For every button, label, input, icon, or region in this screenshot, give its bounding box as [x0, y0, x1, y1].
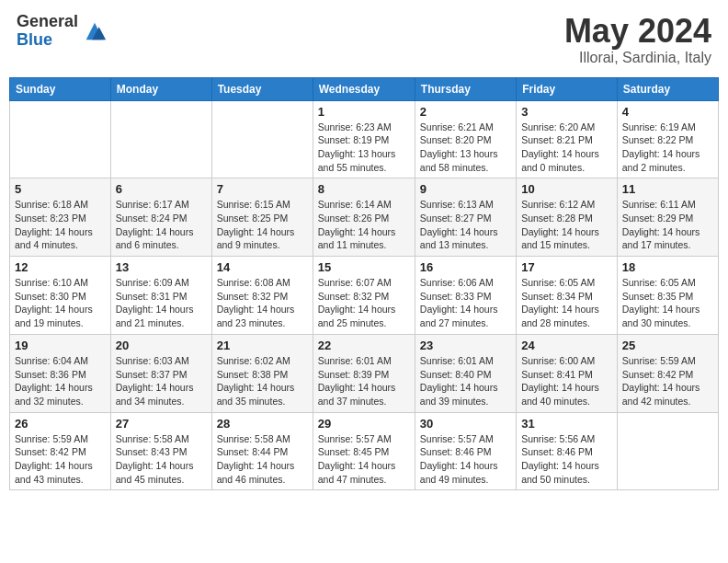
- day-number: 4: [622, 105, 713, 119]
- calendar-cell: [10, 100, 111, 178]
- calendar-week-row: 1Sunrise: 6:23 AM Sunset: 8:19 PM Daylig…: [10, 100, 719, 178]
- title-section: May 2024 Illorai, Sardinia, Italy: [564, 13, 711, 66]
- calendar-cell: 10Sunrise: 6:12 AM Sunset: 8:28 PM Dayli…: [517, 178, 618, 257]
- day-number: 21: [217, 339, 308, 352]
- day-info: Sunrise: 6:13 AM Sunset: 8:27 PM Dayligh…: [420, 198, 511, 252]
- day-info: Sunrise: 5:56 AM Sunset: 8:46 PM Dayligh…: [521, 432, 612, 487]
- day-info: Sunrise: 5:59 AM Sunset: 8:42 PM Dayligh…: [15, 432, 106, 487]
- calendar-cell: 13Sunrise: 6:09 AM Sunset: 8:31 PM Dayli…: [110, 257, 211, 335]
- logo-blue-text: Blue: [17, 31, 78, 50]
- day-number: 7: [217, 182, 308, 196]
- day-number: 13: [116, 260, 207, 274]
- day-number: 31: [521, 417, 612, 431]
- calendar-cell: 6Sunrise: 6:17 AM Sunset: 8:24 PM Daylig…: [110, 178, 211, 257]
- day-info: Sunrise: 6:23 AM Sunset: 8:19 PM Dayligh…: [318, 121, 410, 175]
- day-info: Sunrise: 6:02 AM Sunset: 8:38 PM Dayligh…: [217, 354, 308, 408]
- calendar-cell: 1Sunrise: 6:23 AM Sunset: 8:19 PM Daylig…: [313, 100, 415, 178]
- day-number: 30: [420, 417, 511, 431]
- day-number: 28: [217, 417, 308, 431]
- day-number: 27: [116, 417, 207, 431]
- column-header-thursday: Thursday: [415, 77, 516, 100]
- day-info: Sunrise: 6:05 AM Sunset: 8:35 PM Dayligh…: [622, 276, 713, 330]
- calendar-cell: 26Sunrise: 5:59 AM Sunset: 8:42 PM Dayli…: [10, 412, 111, 490]
- calendar-cell: 17Sunrise: 6:05 AM Sunset: 8:34 PM Dayli…: [517, 257, 618, 335]
- day-info: Sunrise: 5:58 AM Sunset: 8:44 PM Dayligh…: [217, 432, 308, 487]
- day-number: 10: [521, 182, 612, 196]
- column-header-wednesday: Wednesday: [313, 77, 415, 100]
- day-info: Sunrise: 5:58 AM Sunset: 8:43 PM Dayligh…: [116, 432, 207, 487]
- calendar-cell: 20Sunrise: 6:03 AM Sunset: 8:37 PM Dayli…: [110, 334, 211, 412]
- day-info: Sunrise: 6:21 AM Sunset: 8:20 PM Dayligh…: [420, 121, 511, 175]
- calendar-week-row: 12Sunrise: 6:10 AM Sunset: 8:30 PM Dayli…: [10, 257, 719, 335]
- calendar-cell: 2Sunrise: 6:21 AM Sunset: 8:20 PM Daylig…: [415, 100, 516, 178]
- calendar-cell: 15Sunrise: 6:07 AM Sunset: 8:32 PM Dayli…: [313, 257, 415, 335]
- day-info: Sunrise: 6:20 AM Sunset: 8:21 PM Dayligh…: [521, 121, 612, 175]
- day-number: 19: [15, 339, 106, 352]
- calendar-cell: 31Sunrise: 5:56 AM Sunset: 8:46 PM Dayli…: [517, 412, 618, 490]
- day-info: Sunrise: 6:10 AM Sunset: 8:30 PM Dayligh…: [15, 276, 106, 330]
- calendar-cell: 30Sunrise: 5:57 AM Sunset: 8:46 PM Dayli…: [415, 412, 516, 490]
- column-header-monday: Monday: [110, 77, 211, 100]
- day-info: Sunrise: 6:06 AM Sunset: 8:33 PM Dayligh…: [420, 276, 511, 330]
- day-info: Sunrise: 5:57 AM Sunset: 8:45 PM Dayligh…: [318, 432, 410, 487]
- day-number: 14: [217, 260, 308, 274]
- day-number: 18: [622, 260, 713, 274]
- day-number: 11: [622, 182, 713, 196]
- calendar-cell: 12Sunrise: 6:10 AM Sunset: 8:30 PM Dayli…: [10, 257, 111, 335]
- calendar-cell: [110, 100, 211, 178]
- day-info: Sunrise: 6:14 AM Sunset: 8:26 PM Dayligh…: [318, 198, 410, 252]
- day-number: 12: [15, 260, 106, 274]
- day-number: 8: [318, 182, 410, 196]
- day-info: Sunrise: 6:18 AM Sunset: 8:23 PM Dayligh…: [15, 198, 106, 252]
- day-info: Sunrise: 6:03 AM Sunset: 8:37 PM Dayligh…: [116, 354, 207, 408]
- calendar-week-row: 5Sunrise: 6:18 AM Sunset: 8:23 PM Daylig…: [10, 178, 719, 257]
- calendar-cell: 3Sunrise: 6:20 AM Sunset: 8:21 PM Daylig…: [517, 100, 618, 178]
- calendar-week-row: 26Sunrise: 5:59 AM Sunset: 8:42 PM Dayli…: [10, 412, 719, 490]
- logo: General Blue: [17, 13, 108, 50]
- calendar-cell: 14Sunrise: 6:08 AM Sunset: 8:32 PM Dayli…: [211, 257, 313, 335]
- calendar-cell: 16Sunrise: 6:06 AM Sunset: 8:33 PM Dayli…: [415, 257, 516, 335]
- day-info: Sunrise: 6:15 AM Sunset: 8:25 PM Dayligh…: [217, 198, 308, 252]
- day-info: Sunrise: 6:09 AM Sunset: 8:31 PM Dayligh…: [116, 276, 207, 330]
- location-text: Illorai, Sardinia, Italy: [564, 50, 711, 66]
- column-header-friday: Friday: [517, 77, 618, 100]
- day-info: Sunrise: 6:05 AM Sunset: 8:34 PM Dayligh…: [521, 276, 612, 330]
- day-number: 2: [420, 105, 511, 119]
- day-number: 16: [420, 260, 511, 274]
- calendar-cell: 19Sunrise: 6:04 AM Sunset: 8:36 PM Dayli…: [10, 334, 111, 412]
- day-number: 9: [420, 182, 511, 196]
- logo-icon: [82, 18, 108, 44]
- column-header-sunday: Sunday: [10, 77, 111, 100]
- day-info: Sunrise: 6:01 AM Sunset: 8:39 PM Dayligh…: [318, 354, 410, 408]
- day-number: 29: [318, 417, 410, 431]
- calendar-cell: 9Sunrise: 6:13 AM Sunset: 8:27 PM Daylig…: [415, 178, 516, 257]
- month-title: May 2024: [564, 13, 711, 50]
- calendar-cell: 11Sunrise: 6:11 AM Sunset: 8:29 PM Dayli…: [617, 178, 718, 257]
- day-number: 22: [318, 339, 410, 352]
- logo-general-text: General: [17, 13, 78, 31]
- calendar-table: SundayMondayTuesdayWednesdayThursdayFrid…: [9, 77, 719, 491]
- day-number: 5: [15, 182, 106, 196]
- calendar-cell: 28Sunrise: 5:58 AM Sunset: 8:44 PM Dayli…: [211, 412, 313, 490]
- column-header-tuesday: Tuesday: [211, 77, 313, 100]
- day-info: Sunrise: 6:04 AM Sunset: 8:36 PM Dayligh…: [15, 354, 106, 408]
- day-info: Sunrise: 6:19 AM Sunset: 8:22 PM Dayligh…: [622, 121, 713, 175]
- page-header: General Blue May 2024 Illorai, Sardinia,…: [9, 9, 719, 70]
- calendar-cell: 7Sunrise: 6:15 AM Sunset: 8:25 PM Daylig…: [211, 178, 313, 257]
- day-number: 6: [116, 182, 207, 196]
- calendar-cell: 8Sunrise: 6:14 AM Sunset: 8:26 PM Daylig…: [313, 178, 415, 257]
- day-number: 26: [15, 417, 106, 431]
- calendar-cell: 21Sunrise: 6:02 AM Sunset: 8:38 PM Dayli…: [211, 334, 313, 412]
- calendar-cell: 23Sunrise: 6:01 AM Sunset: 8:40 PM Dayli…: [415, 334, 516, 412]
- day-info: Sunrise: 6:11 AM Sunset: 8:29 PM Dayligh…: [622, 198, 713, 252]
- day-info: Sunrise: 5:59 AM Sunset: 8:42 PM Dayligh…: [622, 354, 713, 408]
- calendar-cell: 27Sunrise: 5:58 AM Sunset: 8:43 PM Dayli…: [110, 412, 211, 490]
- calendar-cell: 22Sunrise: 6:01 AM Sunset: 8:39 PM Dayli…: [313, 334, 415, 412]
- calendar-cell: 5Sunrise: 6:18 AM Sunset: 8:23 PM Daylig…: [10, 178, 111, 257]
- calendar-cell: 24Sunrise: 6:00 AM Sunset: 8:41 PM Dayli…: [517, 334, 618, 412]
- day-info: Sunrise: 6:00 AM Sunset: 8:41 PM Dayligh…: [521, 354, 612, 408]
- calendar-cell: 29Sunrise: 5:57 AM Sunset: 8:45 PM Dayli…: [313, 412, 415, 490]
- day-number: 20: [116, 339, 207, 352]
- day-info: Sunrise: 6:08 AM Sunset: 8:32 PM Dayligh…: [217, 276, 308, 330]
- calendar-cell: [617, 412, 718, 490]
